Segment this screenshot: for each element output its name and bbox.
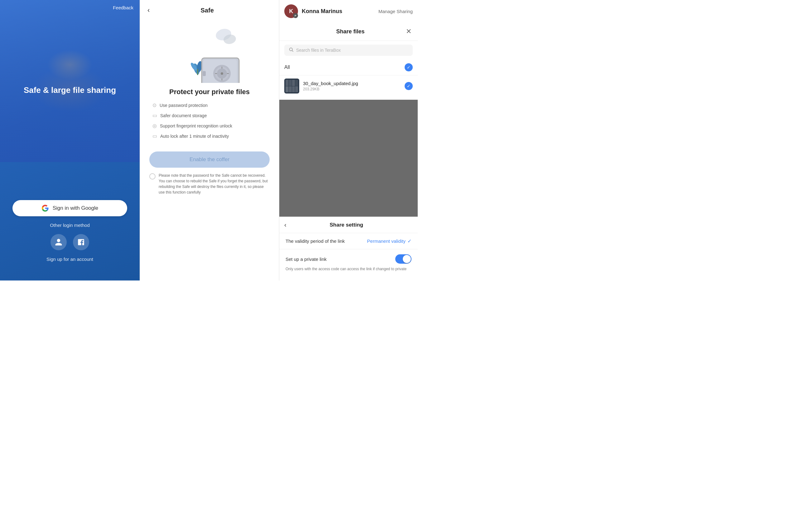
safe-panel: ‹ Safe Protect your	[140, 0, 279, 281]
avatar-letter: K	[289, 8, 293, 15]
validity-row: The validity period of the link Permanen…	[279, 233, 418, 249]
safe-illustration	[175, 21, 244, 83]
feature-item-1: ▭ Safer document storage	[152, 113, 267, 118]
notice-text: Please note that the password for the Sa…	[159, 173, 270, 195]
social-icons-row	[51, 234, 89, 250]
enable-coffer-button[interactable]: Enable the coffer	[149, 151, 270, 168]
file-size: 203.29KB	[303, 87, 401, 91]
feedback-button[interactable]: Feedback	[113, 5, 133, 10]
thumb-cell-8	[295, 86, 298, 93]
facebook-icon	[77, 238, 85, 246]
safe-title: Safe	[151, 7, 263, 14]
login-panel: Feedback Safe & large file sharing Sign …	[0, 0, 140, 281]
validity-check-icon: ✓	[407, 238, 412, 244]
file-thumb-grid	[286, 80, 298, 92]
signup-link[interactable]: Sign up for an account	[46, 256, 93, 262]
notice-radio[interactable]	[149, 173, 155, 179]
safe-back-button[interactable]: ‹	[146, 5, 151, 16]
file-info: 30_day_book_updated.jpg 203.29KB	[303, 81, 401, 91]
share-files-close-button[interactable]: ✕	[406, 27, 412, 36]
svg-rect-17	[203, 71, 206, 76]
share-setting-header: ‹ Share setting	[279, 217, 418, 233]
user-name: Konna Marinus	[302, 8, 375, 15]
feature-text-3: Auto lock after 1 minute of inactivity	[160, 134, 229, 139]
google-icon	[41, 205, 49, 212]
manage-sharing-button[interactable]: Manage Sharing	[378, 9, 413, 14]
user-avatar: K P	[284, 4, 298, 18]
validity-label: The validity period of the link	[286, 239, 367, 244]
person-icon	[55, 238, 63, 246]
facebook-login-button[interactable]	[73, 234, 89, 250]
share-files-title: Share files	[295, 28, 406, 35]
svg-point-12	[221, 72, 223, 75]
share-setting-title: Share setting	[290, 222, 403, 228]
search-bar[interactable]: Search files in TeraBox	[284, 44, 413, 56]
other-login-label: Other login method	[50, 223, 90, 228]
feature-text-0: Use password protection	[159, 103, 208, 108]
private-link-toggle[interactable]	[395, 254, 412, 264]
feature-item-2: ◎ Support fingerprint recognition unlock	[152, 123, 267, 129]
file-check-icon: ✓	[405, 82, 413, 90]
file-name: 30_day_book_updated.jpg	[303, 81, 401, 86]
share-header: K P Konna Marinus Manage Sharing	[279, 0, 418, 22]
private-link-top: Set up a private link	[286, 254, 412, 264]
share-files-section: Share files ✕ Search files in TeraBox Al…	[279, 22, 418, 216]
feature-item-3: ▭ Auto lock after 1 minute of inactivity	[152, 133, 267, 139]
person-login-button[interactable]	[51, 234, 67, 250]
private-link-row: Set up a private link Only users with th…	[279, 249, 418, 274]
login-actions: Sign in with Google Other login method S…	[0, 200, 140, 262]
feature-text-2: Support fingerprint recognition unlock	[160, 124, 232, 128]
search-icon	[289, 47, 293, 53]
thumb-cell-4	[295, 80, 298, 86]
share-panel: K P Konna Marinus Manage Sharing Share f…	[279, 0, 418, 281]
svg-point-21	[290, 48, 292, 51]
validity-value: Permanent validity	[367, 239, 405, 244]
feature-item-0: ⊙ Use password protection	[152, 102, 267, 108]
share-setting-panel: ‹ Share setting The validity period of t…	[279, 216, 418, 281]
thumb-cell-5	[286, 86, 288, 93]
login-content: Feedback Safe & large file sharing Sign …	[0, 0, 140, 281]
toggle-thumb	[403, 255, 411, 263]
shield-icon: ⊙	[152, 102, 156, 108]
document-icon: ▭	[152, 113, 157, 118]
thumb-cell-1	[286, 80, 288, 86]
all-check-icon: ✓	[405, 63, 413, 71]
fingerprint-icon: ◎	[152, 123, 157, 129]
thumb-cell-6	[289, 86, 291, 93]
search-placeholder: Search files in TeraBox	[296, 48, 341, 53]
safe-protect-title: Protect your private files	[169, 88, 250, 96]
all-row[interactable]: All ✓	[279, 59, 418, 75]
svg-line-22	[292, 51, 293, 52]
google-signin-label: Sign in with Google	[53, 205, 98, 211]
private-link-label: Set up a private link	[286, 256, 395, 262]
safe-header: ‹ Safe	[140, 0, 279, 21]
feature-text-1: Safer document storage	[160, 113, 207, 118]
thumb-cell-7	[292, 86, 295, 93]
lock-icon: ▭	[152, 133, 157, 139]
avatar-badge: P	[293, 13, 298, 18]
svg-rect-5	[197, 69, 198, 75]
private-link-description: Only users with the access code can acce…	[286, 266, 412, 272]
file-row[interactable]: 30_day_book_updated.jpg 203.29KB ✓	[279, 75, 418, 97]
thumb-cell-2	[289, 80, 291, 86]
share-files-modal-header: Share files ✕	[279, 22, 418, 41]
share-setting-back-button[interactable]: ‹	[284, 221, 286, 228]
safe-notice: Please note that the password for the Sa…	[149, 173, 270, 195]
thumb-cell-3	[292, 80, 295, 86]
all-label: All	[284, 64, 405, 70]
file-thumbnail	[284, 78, 299, 94]
login-title: Safe & large file sharing	[11, 85, 129, 96]
google-signin-button[interactable]: Sign in with Google	[13, 200, 127, 216]
safe-features-list: ⊙ Use password protection ▭ Safer docume…	[140, 102, 279, 139]
share-files-modal: Share files ✕ Search files in TeraBox Al…	[279, 22, 418, 100]
